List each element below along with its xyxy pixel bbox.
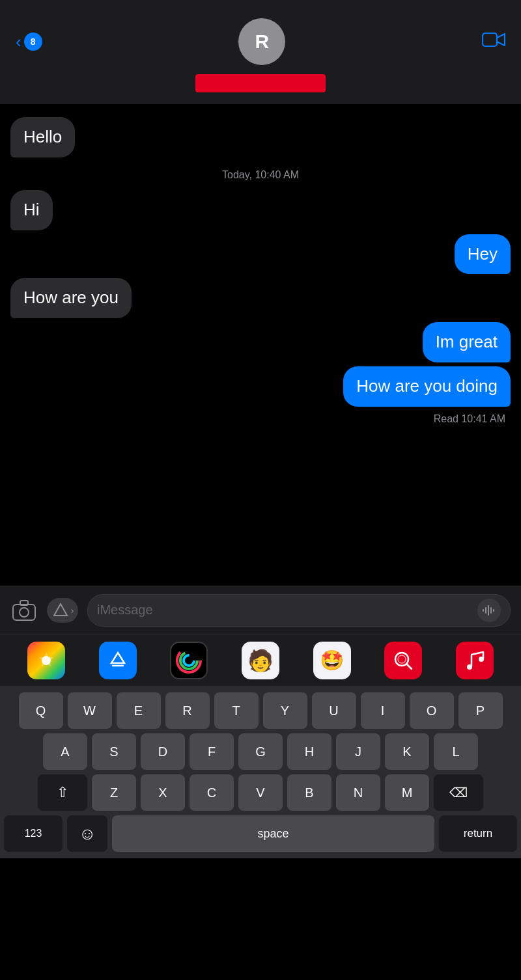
svg-rect-7 (490, 607, 492, 614)
return-key[interactable]: return (439, 815, 517, 852)
space-key[interactable]: space (112, 815, 434, 852)
message-input-container[interactable]: iMessage (87, 594, 511, 627)
music-note-icon (465, 649, 485, 672)
app-icon-memoji[interactable]: 🧑 (242, 642, 279, 679)
key-p[interactable]: P (458, 692, 503, 729)
audio-button[interactable] (477, 599, 501, 622)
message-text-2: Hi (23, 200, 40, 219)
key-o[interactable]: O (410, 692, 454, 729)
video-call-button[interactable] (482, 31, 505, 53)
message-bubble-2: Hi (10, 190, 53, 230)
svg-point-14 (398, 655, 406, 663)
key-q[interactable]: Q (19, 692, 63, 729)
message-placeholder: iMessage (97, 603, 477, 618)
key-c[interactable]: C (190, 774, 234, 811)
app-icon-appstore[interactable] (99, 642, 137, 679)
svg-rect-6 (488, 605, 489, 616)
keyboard-row-1: Q W E R T Y U I O P (4, 692, 517, 729)
key-d[interactable]: D (141, 733, 185, 770)
message-text-4: How are you (23, 288, 119, 307)
contact-name-bar (195, 74, 326, 92)
key-b[interactable]: B (287, 774, 331, 811)
key-f[interactable]: F (190, 733, 234, 770)
message-text-1: Hello (23, 127, 62, 146)
svg-rect-0 (483, 33, 497, 46)
message-text-5: Im great (436, 332, 498, 351)
svg-rect-4 (483, 609, 484, 612)
video-camera-icon (482, 31, 505, 48)
backspace-key[interactable]: ⌫ (434, 774, 483, 811)
key-w[interactable]: W (68, 692, 112, 729)
app-icon-emoji-art[interactable]: 🤩 (313, 642, 351, 679)
fitness-rings-icon (175, 646, 203, 675)
app-icon-browser[interactable] (384, 642, 422, 679)
numbers-key[interactable]: 123 (4, 815, 63, 852)
message-text-3: Hey (468, 244, 498, 264)
svg-point-2 (20, 608, 29, 617)
camera-icon (12, 599, 36, 621)
appstore-badge-icon (107, 650, 128, 671)
key-y[interactable]: Y (263, 692, 307, 729)
back-button[interactable]: ‹ 8 (16, 33, 42, 51)
audio-waveform-icon (482, 603, 496, 618)
svg-point-16 (467, 664, 472, 670)
key-i[interactable]: I (361, 692, 405, 729)
message-bubble-1: Hello (10, 117, 75, 157)
app-icon-fitness[interactable] (170, 642, 208, 679)
key-k[interactable]: K (385, 733, 429, 770)
svg-rect-8 (493, 609, 494, 612)
appstore-icon (51, 601, 70, 619)
emoji-key[interactable]: ☺ (67, 815, 107, 852)
photos-icon (35, 649, 57, 672)
key-x[interactable]: X (141, 774, 185, 811)
message-bubble-6: How are you doing (343, 366, 511, 407)
key-s[interactable]: S (92, 733, 136, 770)
app-icon-music[interactable] (456, 642, 494, 679)
svg-rect-5 (485, 607, 486, 614)
key-e[interactable]: E (117, 692, 161, 729)
key-n[interactable]: N (336, 774, 380, 811)
keyboard-row-3: ⇧ Z X C V B N M ⌫ (4, 774, 517, 811)
key-v[interactable]: V (238, 774, 283, 811)
svg-line-15 (406, 664, 412, 669)
timestamp-1: Today, 10:40 AM (10, 169, 511, 181)
key-l[interactable]: L (434, 733, 478, 770)
svg-rect-1 (13, 605, 35, 620)
keyboard-row-2: A S D F G H J K L (4, 733, 517, 770)
message-bubble-4: How are you (10, 278, 132, 318)
back-chevron-icon: ‹ (16, 33, 21, 50)
svg-point-12 (184, 655, 194, 666)
header: ‹ 8 R (0, 0, 521, 104)
shift-key[interactable]: ⇧ (38, 774, 87, 811)
key-j[interactable]: J (336, 733, 380, 770)
message-text-6: How are you doing (356, 376, 498, 396)
key-m[interactable]: M (385, 774, 429, 811)
app-icon-photos[interactable] (27, 642, 65, 679)
key-z[interactable]: Z (92, 774, 136, 811)
svg-point-17 (479, 657, 484, 662)
key-a[interactable]: A (43, 733, 87, 770)
app-strip: 🧑 🤩 (0, 634, 521, 686)
input-area: › iMessage (0, 586, 521, 634)
key-g[interactable]: G (238, 733, 283, 770)
keyboard: Q W E R T Y U I O P A S D F G H J K L ⇧ … (0, 686, 521, 858)
key-u[interactable]: U (312, 692, 356, 729)
messages-area: Hello Today, 10:40 AM Hi Hey How are you… (0, 104, 521, 586)
camera-button[interactable] (10, 597, 38, 624)
browser-search-icon (392, 649, 414, 672)
key-t[interactable]: T (214, 692, 259, 729)
avatar[interactable]: R (238, 18, 285, 65)
read-receipt: Read 10:41 AM (10, 413, 511, 425)
appstore-button[interactable]: › (47, 598, 78, 623)
key-r[interactable]: R (165, 692, 210, 729)
message-bubble-3: Hey (455, 234, 511, 275)
back-badge: 8 (24, 33, 42, 51)
key-h[interactable]: H (287, 733, 331, 770)
message-bubble-5: Im great (423, 322, 511, 362)
keyboard-row-bottom: 123 ☺ space return (4, 815, 517, 852)
